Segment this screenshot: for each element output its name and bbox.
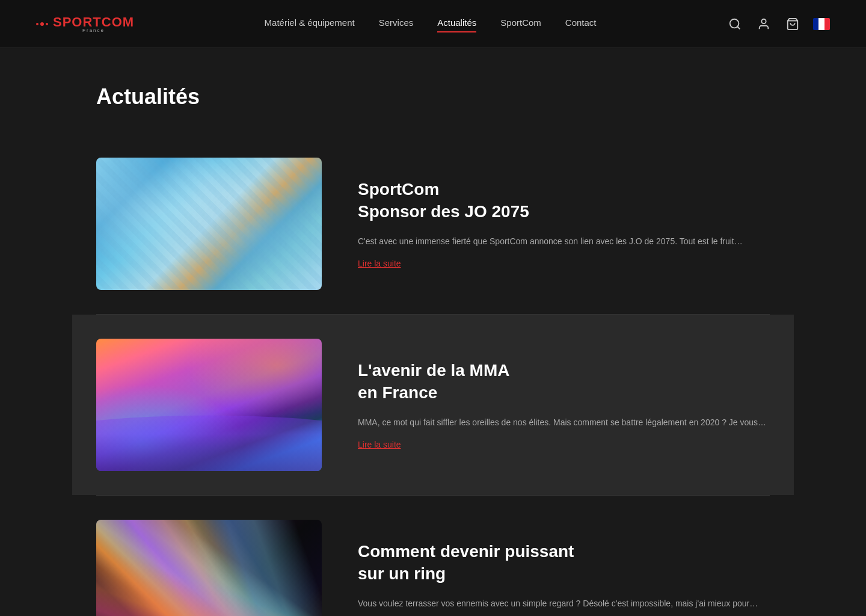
logo[interactable]: SPORTCOM France (36, 14, 134, 33)
search-icon[interactable] (726, 16, 743, 32)
main-nav: Matériel & équipement Services Actualité… (265, 17, 597, 30)
article-title-1: SportCom Sponsor des JO 2075 (358, 179, 770, 223)
article-excerpt-2: MMA, ce mot qui fait siffler les oreille… (358, 416, 770, 429)
svg-point-2 (761, 19, 766, 23)
svg-point-0 (730, 19, 739, 28)
logo-dot-2 (40, 22, 44, 26)
logo-dot-3 (46, 23, 48, 25)
flag-france-icon[interactable] (813, 18, 830, 30)
article-image-1 (96, 158, 322, 290)
article-title-2: L'avenir de la MMA en France (358, 360, 770, 404)
svg-line-1 (737, 26, 740, 29)
article-link-2[interactable]: Lire la suite (358, 440, 401, 449)
page-title: Actualités (96, 84, 770, 109)
articles-list: SportCom Sponsor des JO 2075 C'est avec … (96, 134, 770, 616)
user-icon[interactable] (755, 16, 772, 32)
nav-contact[interactable]: Contact (565, 17, 597, 30)
article-image-3 (96, 520, 322, 616)
article-excerpt-3: Vous voulez terrasser vos ennemis avec u… (358, 597, 770, 610)
flag-red (825, 18, 830, 30)
article-excerpt-1: C'est avec une immense fierté que SportC… (358, 235, 770, 248)
nav-actualites[interactable]: Actualités (437, 17, 476, 30)
nav-sportcom[interactable]: SportCom (500, 17, 541, 30)
logo-dots (36, 22, 48, 26)
article-card-3: Comment devenir puissant sur un ring Vou… (96, 496, 770, 616)
cart-icon[interactable] (784, 16, 801, 32)
article-content-2: L'avenir de la MMA en France MMA, ce mot… (358, 360, 770, 449)
logo-com: COM (102, 14, 134, 29)
article-content-1: SportCom Sponsor des JO 2075 C'est avec … (358, 179, 770, 268)
article-link-1[interactable]: Lire la suite (358, 259, 401, 268)
site-header: SPORTCOM France Matériel & équipement Se… (0, 0, 866, 48)
article-card-2: L'avenir de la MMA en France MMA, ce mot… (72, 315, 794, 495)
article-title-3: Comment devenir puissant sur un ring (358, 541, 770, 585)
flag-blue (813, 18, 818, 30)
article-content-3: Comment devenir puissant sur un ring Vou… (358, 541, 770, 616)
header-icons (726, 16, 830, 32)
nav-materiel[interactable]: Matériel & équipement (265, 17, 355, 30)
logo-dot-1 (36, 23, 38, 25)
nav-services[interactable]: Services (379, 17, 414, 30)
logo-text-area: SPORTCOM France (53, 14, 134, 33)
article-image-2 (96, 339, 322, 471)
main-content: Actualités SportCom Sponsor des JO 2075 … (0, 48, 866, 616)
article-card-1: SportCom Sponsor des JO 2075 C'est avec … (96, 134, 770, 314)
flag-white (818, 18, 824, 30)
